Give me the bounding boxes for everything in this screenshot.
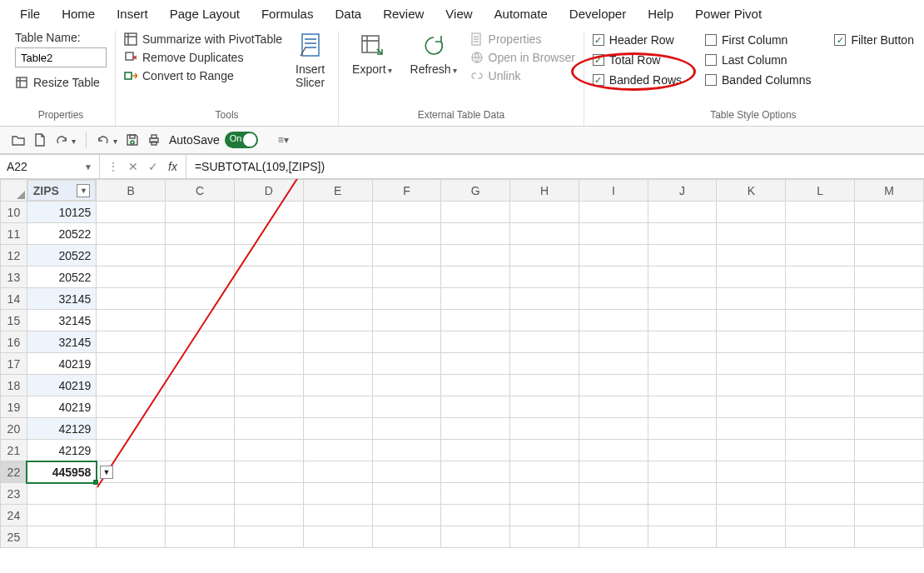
empty-cell[interactable] [235,483,304,505]
empty-cell[interactable] [372,461,441,483]
resize-table-button[interactable]: Resize Table [15,74,107,91]
menu-insert[interactable]: Insert [117,7,148,21]
table-cell[interactable]: 40219 [27,375,97,396]
empty-cell[interactable] [27,505,97,526]
empty-cell[interactable] [717,396,786,418]
empty-cell[interactable] [441,396,510,418]
undo-dropdown[interactable] [97,133,117,147]
empty-cell[interactable] [786,505,855,526]
column-header-L[interactable]: L [786,180,855,202]
column-header-zips[interactable]: ZIPS▼ [27,180,97,202]
empty-cell[interactable] [786,440,855,461]
empty-cell[interactable] [303,353,372,375]
menu-page-layout[interactable]: Page Layout [170,7,240,21]
column-header-F[interactable]: F [372,180,441,202]
empty-cell[interactable] [97,223,166,245]
empty-cell[interactable] [717,310,786,331]
row-header[interactable]: 18 [1,375,27,396]
empty-cell[interactable] [786,483,855,505]
row-header[interactable]: 15 [1,310,27,331]
empty-cell[interactable] [510,375,579,396]
print-icon[interactable] [147,133,161,147]
empty-cell[interactable] [855,223,924,245]
empty-cell[interactable] [855,396,924,418]
empty-cell[interactable] [855,267,924,288]
empty-cell[interactable] [717,440,786,461]
empty-cell[interactable] [166,223,235,245]
empty-cell[interactable] [303,461,372,483]
empty-cell[interactable] [579,331,648,353]
empty-cell[interactable] [717,505,786,526]
empty-cell[interactable] [855,505,924,526]
empty-cell[interactable] [855,483,924,505]
row-header[interactable]: 16 [1,331,27,353]
table-cell[interactable]: 40219 [27,396,97,418]
empty-cell[interactable] [303,202,372,223]
new-file-icon[interactable] [33,133,47,147]
menu-help[interactable]: Help [648,7,673,21]
empty-cell[interactable] [372,310,441,331]
export-button[interactable]: Export [347,31,396,77]
empty-cell[interactable] [579,418,648,440]
worksheet-grid[interactable]: ZIPS▼BCDEFGHIJKLM10101251120522122052213… [0,179,924,548]
empty-cell[interactable] [855,331,924,353]
empty-cell[interactable] [786,353,855,375]
empty-cell[interactable] [372,202,441,223]
empty-cell[interactable] [510,418,579,440]
empty-cell[interactable] [648,526,717,548]
empty-cell[interactable] [166,418,235,440]
empty-cell[interactable] [441,526,510,548]
column-header-H[interactable]: H [510,180,579,202]
empty-cell[interactable] [235,505,304,526]
empty-cell[interactable] [303,440,372,461]
empty-cell[interactable] [303,505,372,526]
empty-cell[interactable] [303,223,372,245]
empty-cell[interactable] [166,396,235,418]
empty-cell[interactable] [235,418,304,440]
banded-rows-checkbox[interactable]: Banded Rows [593,71,682,89]
table-cell[interactable]: 40219 [27,353,97,375]
empty-cell[interactable] [441,375,510,396]
empty-cell[interactable] [717,331,786,353]
column-header-J[interactable]: J [648,180,717,202]
empty-cell[interactable] [510,331,579,353]
row-header[interactable]: 24 [1,505,27,526]
empty-cell[interactable] [648,396,717,418]
empty-cell[interactable] [510,526,579,548]
empty-cell[interactable] [372,505,441,526]
empty-cell[interactable] [372,526,441,548]
empty-cell[interactable] [166,461,235,483]
empty-cell[interactable] [235,331,304,353]
empty-cell[interactable] [786,418,855,440]
empty-cell[interactable] [303,310,372,331]
empty-cell[interactable] [717,288,786,310]
empty-cell[interactable] [648,288,717,310]
empty-cell[interactable] [786,267,855,288]
accept-formula-icon[interactable]: ✓ [148,160,158,173]
empty-cell[interactable] [166,353,235,375]
empty-cell[interactable] [786,331,855,353]
redo-dropdown[interactable] [55,133,76,147]
empty-cell[interactable] [579,505,648,526]
empty-cell[interactable] [166,245,235,267]
empty-cell[interactable] [372,418,441,440]
row-header[interactable]: 14 [1,288,27,310]
empty-cell[interactable] [97,396,166,418]
banded-columns-checkbox[interactable]: Banded Columns [705,71,811,89]
column-header-B[interactable]: B [97,180,166,202]
table-cell[interactable]: 20522 [27,223,97,245]
save-icon[interactable] [126,133,139,147]
empty-cell[interactable] [441,461,510,483]
empty-cell[interactable] [441,440,510,461]
empty-cell[interactable] [97,202,166,223]
empty-cell[interactable] [235,375,304,396]
empty-cell[interactable] [372,245,441,267]
empty-cell[interactable] [717,267,786,288]
empty-cell[interactable] [579,375,648,396]
column-header-I[interactable]: I [579,180,648,202]
table-cell[interactable]: 20522 [27,267,97,288]
filter-button-checkbox[interactable]: Filter Button [834,31,913,49]
empty-cell[interactable] [372,288,441,310]
row-header[interactable]: 21 [1,440,27,461]
empty-cell[interactable] [166,526,235,548]
